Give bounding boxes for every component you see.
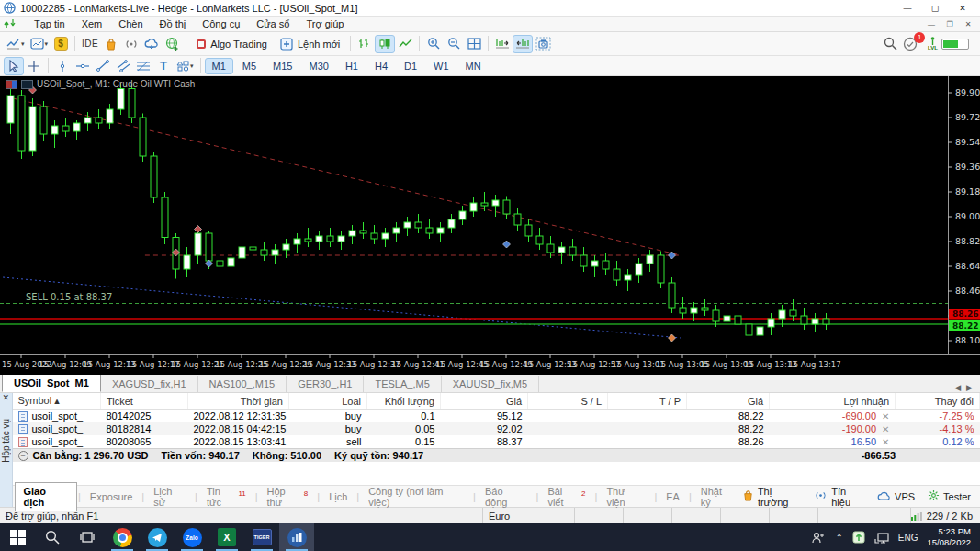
task-view-button[interactable] <box>70 523 105 551</box>
community-button[interactable] <box>162 35 182 53</box>
channel-tool[interactable] <box>113 57 133 75</box>
tabs-scroll-left-icon[interactable]: ◀ <box>954 383 961 392</box>
toolbox-close-icon[interactable]: ✕ <box>2 393 9 406</box>
position-row-80142025[interactable]: usoil_spot_801420252022.08.12 12:31:35bu… <box>13 410 980 423</box>
timeframe-m15[interactable]: M15 <box>265 58 299 74</box>
bottom-tab-giao-dich[interactable]: Giao dịch <box>15 482 77 511</box>
menu-item-tro-giup[interactable]: Trợ giúp <box>298 18 352 29</box>
bottom-tab-thu-vien[interactable]: Thư viện <box>598 483 653 511</box>
line-mode-button[interactable] <box>395 35 415 53</box>
chart-tab-xauusd-fix-m5[interactable]: XAUUSD_fix,M5 <box>442 376 539 392</box>
trendline-3[interactable] <box>3 277 681 338</box>
timeframe-m1[interactable]: M1 <box>205 58 233 74</box>
crosshair-tool-button[interactable] <box>24 57 44 75</box>
chart-tab-tesla-m5[interactable]: TESLA_,M5 <box>364 376 441 392</box>
tray-chevron-icon[interactable]: ⌃ <box>835 533 842 543</box>
column-header-loai-3[interactable]: Loai <box>289 393 367 410</box>
taskbar-clock[interactable]: 5:23 PM 15/08/2022 <box>927 526 971 549</box>
depth-of-market-icon[interactable] <box>21 80 33 89</box>
bottom-tab-hop-thu[interactable]: Hộp thư8 <box>259 483 317 511</box>
new-order-button[interactable]: Lệnh mới <box>274 35 346 53</box>
column-header-loi-nhuan-9[interactable]: Lợi nhuận <box>770 393 896 410</box>
trendline-tool[interactable] <box>93 57 113 75</box>
maximize-icon[interactable]: ▢ <box>921 0 949 16</box>
signals-button[interactable] <box>121 35 141 53</box>
column-header-symbol-0[interactable]: Symbol ▴ <box>13 393 101 410</box>
bottom-tab-lich-su[interactable]: Lịch sử <box>145 483 194 511</box>
minimize-icon[interactable]: — <box>894 0 921 16</box>
bottom-tab-tin-tuc[interactable]: Tin tức11 <box>198 483 254 511</box>
child-close-icon[interactable]: ✕ <box>960 18 976 30</box>
taskbar-app-telegram[interactable] <box>140 523 175 551</box>
zoom-out-button[interactable] <box>444 35 464 53</box>
panel-button-tester[interactable]: Tester <box>928 489 971 503</box>
timeframe-h1[interactable]: H1 <box>338 58 366 74</box>
chart-profile-button[interactable]: ▾ <box>28 35 51 53</box>
taskbar-app-tiger[interactable]: TIGER <box>244 523 279 551</box>
column-header-thoi-gian-2[interactable]: Thời gian <box>188 393 289 410</box>
menu-item-tap-tin[interactable]: Tạp tin <box>26 18 73 29</box>
taskbar-search-button[interactable] <box>35 523 70 551</box>
chart-tab-ger30-h1[interactable]: GER30_,H1 <box>287 376 364 392</box>
language-indicator[interactable]: ENG <box>898 533 918 543</box>
zoom-in-button[interactable] <box>423 35 444 53</box>
network-icon[interactable] <box>874 532 889 544</box>
chart-type-button[interactable]: ▾ <box>4 35 28 53</box>
taskbar-app-metatrader[interactable] <box>279 523 314 551</box>
taskbar-app-excel[interactable]: X <box>209 523 244 551</box>
bottom-tab-ea[interactable]: EA <box>658 489 688 505</box>
panel-button-vps[interactable]: VPS <box>877 490 915 503</box>
timeframe-h4[interactable]: H4 <box>367 58 395 74</box>
timeframe-d1[interactable]: D1 <box>397 58 424 74</box>
chart-tab-xagusd-fix-h1[interactable]: XAGUSD_fix,H1 <box>101 376 198 392</box>
bottom-tab-exposure[interactable]: Exposure <box>82 489 141 505</box>
bottom-tab-cong-ty-noi-lam-viec[interactable]: Công ty (nơi làm việc) <box>360 483 472 511</box>
position-row-80208065[interactable]: usoil_spot_802080652022.08.15 13:03:41se… <box>13 435 980 448</box>
horizontal-line-tool[interactable] <box>73 57 93 75</box>
candlestick-chart[interactable]: SELL 0.15 at 88.3789.9089.7289.5489.3689… <box>0 76 980 375</box>
panel-button-tin-hieu[interactable]: Tín hiệu <box>814 486 864 508</box>
bottom-tab-bao-dong[interactable]: Báo động <box>477 483 535 511</box>
menu-item-cua-so[interactable]: Cửa sổ <box>248 18 298 29</box>
column-header-gia-8[interactable]: Giá <box>687 393 770 410</box>
column-header-khoi-luong-4[interactable]: Khối lượng <box>367 393 441 410</box>
bottom-tab-bai-viet[interactable]: Bài viết2 <box>539 483 593 511</box>
close-icon[interactable]: ✕ <box>949 0 976 16</box>
child-restore-icon[interactable]: ❐ <box>941 18 958 30</box>
algo-trading-button[interactable]: Algo Trading <box>190 35 274 53</box>
text-tool[interactable]: T <box>153 57 174 75</box>
shapes-tool[interactable]: ▾ <box>174 57 197 75</box>
cursor-tool-button[interactable] <box>4 57 24 75</box>
ide-button[interactable]: IDE <box>79 35 101 53</box>
timeframe-m30[interactable]: M30 <box>301 58 335 74</box>
bottom-tab-lich[interactable]: Lịch <box>321 489 355 505</box>
candles-mode-button[interactable] <box>375 35 395 53</box>
panel-button-thi-truong[interactable]: Thị trường <box>742 486 801 508</box>
column-header-s-l-6[interactable]: S / L <box>528 393 608 410</box>
column-header-t-p-7[interactable]: T / P <box>608 393 687 410</box>
child-minimize-icon[interactable]: — <box>923 18 940 30</box>
tabs-scroll-right-icon[interactable]: ▶ <box>966 383 973 392</box>
tile-windows-button[interactable] <box>464 35 484 53</box>
market-button[interactable] <box>101 35 121 53</box>
menu-item-cong-cu[interactable]: Công cụ <box>194 18 248 29</box>
chart-tab-usoil-spot-m1[interactable]: USOil_Spot_M1 <box>2 374 101 392</box>
bottom-tab-nhat-ky[interactable]: Nhật ký <box>693 483 742 511</box>
one-click-trading-icon[interactable] <box>6 80 17 89</box>
column-header-gia-5[interactable]: Giá <box>441 393 528 410</box>
timeframe-mn[interactable]: MN <box>458 58 489 74</box>
taskbar-app-chrome[interactable] <box>105 523 140 551</box>
people-icon[interactable] <box>812 532 826 544</box>
position-row-80182814[interactable]: usoil_spot_801828142022.08.15 04:42:15bu… <box>13 422 980 435</box>
menu-item-chen[interactable]: Chèn <box>110 18 151 29</box>
chart-area[interactable]: USOil_Spot_, M1: Crude Oil WTI Cash SELL… <box>0 76 980 375</box>
screenshot-button[interactable] <box>533 35 554 53</box>
menu-item-xem[interactable]: Xem <box>73 18 111 29</box>
column-header-thay-doi-10[interactable]: Thay đổi <box>896 393 980 410</box>
close-position-icon[interactable]: ✕ <box>882 411 889 422</box>
chart-tab-nas100-m15[interactable]: NAS100_,M15 <box>198 376 287 392</box>
close-position-icon[interactable]: ✕ <box>882 424 889 434</box>
chart-shift-button[interactable] <box>513 35 533 53</box>
fibonacci-tool[interactable] <box>133 57 153 75</box>
update-arrow-icon[interactable] <box>852 531 865 544</box>
